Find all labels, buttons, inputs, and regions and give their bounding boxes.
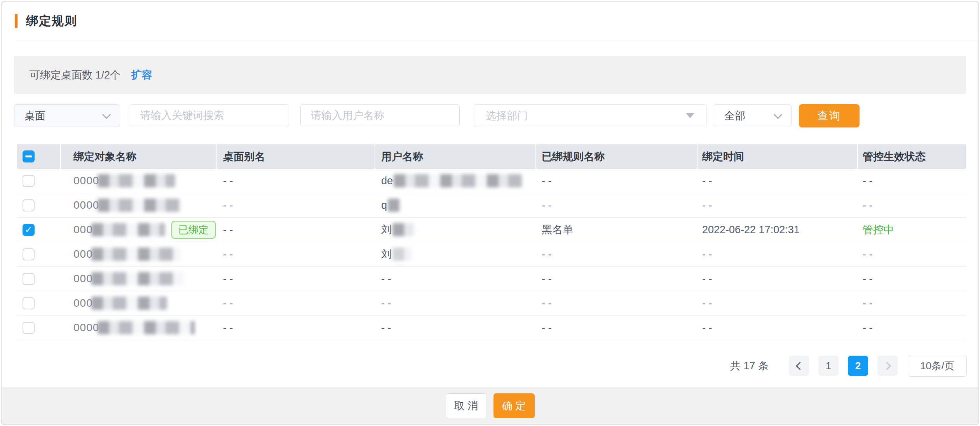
select-all-cell bbox=[17, 144, 61, 169]
cell-control-status: - - bbox=[858, 291, 966, 315]
page-title: 绑定规则 bbox=[26, 13, 77, 29]
cell-user-name: 刘 bbox=[375, 218, 536, 242]
bind-table: 绑定对象名称桌面别名用户名称已绑规则名称绑定时间管控生效状态 0000- -de… bbox=[17, 144, 966, 340]
cell-control-status: - - bbox=[858, 267, 966, 291]
bind-object-id-prefix: 000 bbox=[73, 248, 93, 260]
table-row[interactable]: 000- -刘- -- -- - bbox=[17, 242, 966, 267]
cell-desktop-alias: - - bbox=[217, 242, 375, 266]
cell-bind-time: - - bbox=[698, 193, 858, 217]
cell-bind-time: - - bbox=[698, 242, 858, 266]
total-count: 共 17 条 bbox=[730, 359, 769, 373]
bound-badge: 已绑定 bbox=[171, 221, 216, 239]
row-checkbox[interactable]: ✓ bbox=[23, 224, 35, 236]
col-bound-rule-name: 已绑规则名称 bbox=[536, 144, 698, 169]
title-accent-bar bbox=[15, 14, 17, 28]
cell-select bbox=[17, 242, 61, 266]
quota-text: 可绑定桌面数 1/2个 bbox=[30, 68, 120, 82]
cell-bound-rule: 黑名单 bbox=[536, 218, 698, 242]
cell-bind-object: 0000 bbox=[61, 193, 217, 217]
cell-user-name: - - bbox=[375, 267, 536, 291]
cell-bound-rule: - - bbox=[536, 316, 698, 340]
table-row[interactable]: 0000- -- -- -- -- - bbox=[17, 316, 966, 340]
page-button-2[interactable]: 2 bbox=[848, 356, 868, 376]
table-row[interactable]: 000- -- -- -- -- - bbox=[17, 267, 966, 291]
user-name-text: 刘 bbox=[381, 223, 392, 237]
row-checkbox[interactable] bbox=[23, 199, 35, 211]
cell-user-name: - - bbox=[375, 291, 536, 315]
cell-select bbox=[17, 193, 61, 217]
chevron-right-icon bbox=[882, 361, 891, 370]
redacted-text bbox=[91, 272, 183, 285]
department-select[interactable]: 选择部门 bbox=[474, 104, 706, 127]
pagination: 共 17 条 12 10条/页 bbox=[16, 354, 967, 377]
chevron-left-icon bbox=[795, 361, 804, 370]
prev-page-button[interactable] bbox=[789, 356, 809, 376]
redacted-text bbox=[392, 223, 414, 236]
redacted-text bbox=[98, 199, 181, 212]
redacted-text bbox=[98, 321, 195, 334]
search-button[interactable]: 查询 bbox=[799, 104, 860, 127]
bind-object-id-prefix: 000 bbox=[73, 223, 93, 236]
bind-object-id-prefix: 0000 bbox=[73, 175, 99, 187]
cell-bound-rule: - - bbox=[536, 169, 698, 193]
user-name-text: 刘 bbox=[381, 247, 392, 261]
cell-control-status: - - bbox=[858, 169, 966, 193]
bind-object-id-prefix: 000 bbox=[73, 297, 93, 309]
user-name-input[interactable] bbox=[311, 105, 449, 127]
col-control-status: 管控生效状态 bbox=[858, 144, 966, 169]
cell-select: ✓ bbox=[17, 218, 61, 242]
triangle-down-icon bbox=[686, 113, 694, 118]
cell-select bbox=[17, 169, 61, 193]
table-header: 绑定对象名称桌面别名用户名称已绑规则名称绑定时间管控生效状态 bbox=[17, 144, 966, 169]
expand-link[interactable]: 扩容 bbox=[131, 68, 152, 82]
cell-bound-rule: - - bbox=[536, 291, 698, 315]
scope-select[interactable]: 全部 bbox=[714, 104, 792, 127]
redacted-text bbox=[98, 174, 175, 187]
cell-control-status: - - bbox=[858, 316, 966, 340]
table-row[interactable]: 0000- -de- -- -- - bbox=[17, 169, 966, 193]
quota-bar: 可绑定桌面数 1/2个 扩容 bbox=[14, 56, 966, 94]
select-all-checkbox[interactable] bbox=[23, 150, 35, 162]
cell-select bbox=[17, 267, 61, 291]
redacted-text bbox=[91, 248, 181, 261]
cell-bind-time: - - bbox=[698, 267, 858, 291]
cell-bound-rule: - - bbox=[536, 242, 698, 266]
cell-bind-object: 000 bbox=[61, 267, 217, 291]
cancel-button[interactable]: 取 消 bbox=[446, 393, 487, 418]
bind-object-id-prefix: 000 bbox=[73, 272, 93, 285]
redacted-text bbox=[91, 223, 165, 236]
user-name-text: de bbox=[381, 175, 393, 187]
redacted-text bbox=[91, 297, 167, 310]
page-size-select[interactable]: 10条/页 bbox=[908, 355, 967, 377]
keyword-search-input[interactable] bbox=[140, 105, 279, 127]
row-checkbox[interactable] bbox=[23, 248, 35, 260]
confirm-button[interactable]: 确 定 bbox=[493, 393, 535, 418]
header-divider bbox=[16, 40, 978, 40]
cell-bind-time: 2022-06-22 17:02:31 bbox=[698, 218, 858, 242]
page-button-1[interactable]: 1 bbox=[818, 356, 839, 376]
redacted-text bbox=[388, 199, 399, 212]
chevron-down-icon bbox=[774, 110, 783, 119]
user-name-text: q bbox=[381, 199, 387, 211]
scope-value: 全部 bbox=[724, 109, 745, 123]
table-row[interactable]: 000- -- -- -- -- - bbox=[17, 291, 966, 316]
row-checkbox[interactable] bbox=[23, 175, 35, 187]
redacted-text bbox=[394, 174, 522, 187]
col-desktop-alias: 桌面别名 bbox=[217, 144, 375, 169]
bind-rule-dialog: 绑定规则 可绑定桌面数 1/2个 扩容 桌面 选择部门 全部 查询 bbox=[1, 1, 979, 425]
table-row[interactable]: 0000- -q- -- -- - bbox=[17, 193, 966, 218]
row-checkbox[interactable] bbox=[23, 322, 35, 334]
col-user-name: 用户名称 bbox=[375, 144, 536, 169]
table-row[interactable]: ✓000已绑定- -刘黑名单2022-06-22 17:02:31管控中 bbox=[17, 218, 966, 242]
next-page-button[interactable] bbox=[877, 356, 898, 376]
row-checkbox[interactable] bbox=[23, 297, 35, 309]
cell-user-name: q bbox=[375, 193, 536, 217]
desktop-type-select[interactable]: 桌面 bbox=[14, 104, 120, 127]
row-checkbox[interactable] bbox=[23, 273, 35, 285]
cell-bind-object: 000 bbox=[61, 291, 217, 315]
page-buttons: 12 bbox=[809, 356, 868, 376]
cell-desktop-alias: - - bbox=[217, 291, 375, 315]
cell-user-name: - - bbox=[375, 316, 536, 340]
filter-toolbar: 桌面 选择部门 全部 查询 bbox=[14, 104, 966, 127]
table-body: 0000- -de- -- -- -0000- -q- -- -- -✓000已… bbox=[17, 169, 966, 340]
